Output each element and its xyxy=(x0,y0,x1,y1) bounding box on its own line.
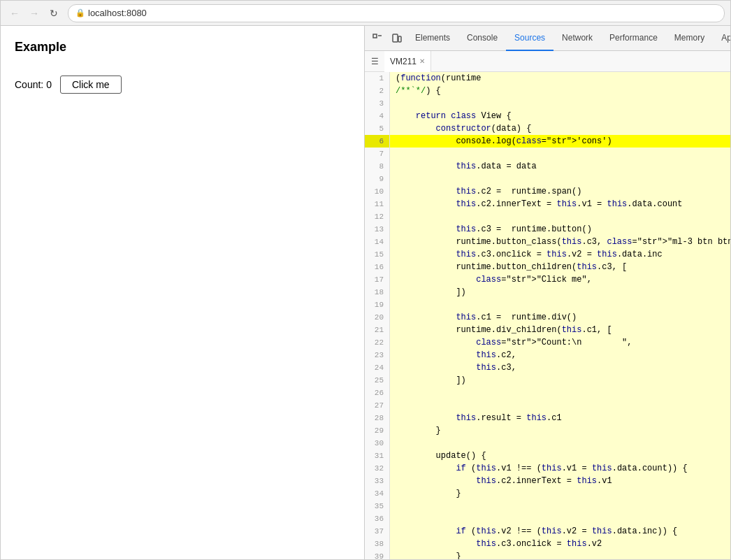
source-tab-label: VM211 xyxy=(390,57,417,66)
line-number: 20 xyxy=(365,311,390,324)
source-file-tab[interactable]: VM211 ✕ xyxy=(384,51,431,72)
line-number: 35 xyxy=(365,500,390,512)
address-bar[interactable]: 🔒 localhost:8080 xyxy=(68,4,725,22)
code-line: 38 this.c3.onclick = this.v2 xyxy=(365,538,730,550)
line-number: 3 xyxy=(365,97,390,110)
line-number: 29 xyxy=(365,424,390,437)
line-number: 16 xyxy=(365,261,390,273)
line-content: } xyxy=(390,487,461,500)
line-number: 38 xyxy=(365,538,390,550)
code-line: 24 this.c3, xyxy=(365,361,730,374)
refresh-button[interactable]: ↻ xyxy=(45,5,62,22)
code-line: 6 console.log(class="str">'cons') xyxy=(365,135,730,148)
close-tab-button[interactable]: ✕ xyxy=(419,57,425,65)
tab-memory[interactable]: Memory xyxy=(666,26,713,51)
code-line: 30 xyxy=(365,437,730,450)
code-line: 14 runtime.button_class(this.c3, class="… xyxy=(365,236,730,248)
line-content xyxy=(390,173,396,185)
click-me-button[interactable]: Click me xyxy=(60,76,122,94)
line-content: runtime.div_children(this.c1, [ xyxy=(390,324,612,336)
toggle-sidebar-button[interactable]: ☰ xyxy=(365,52,384,71)
code-line: 16 runtime.button_children(this.c3, [ xyxy=(365,261,730,273)
line-number: 13 xyxy=(365,223,390,236)
line-content: this.c3.onclick = this.v2 = this.data.in… xyxy=(390,248,663,261)
code-line: 11 this.c2.innerText = this.v1 = this.da… xyxy=(365,198,730,210)
page-content: Example Count: 0 Click me xyxy=(1,26,364,559)
code-line: 35 xyxy=(365,500,730,512)
tab-elements[interactable]: Elements xyxy=(407,26,458,51)
tab-performance[interactable]: Performance xyxy=(601,26,666,51)
line-content: this.c3, xyxy=(390,361,516,374)
code-line: 3 xyxy=(365,97,730,110)
code-viewer[interactable]: 1(function(runtime2/**`*/) {34 return cl… xyxy=(365,72,730,559)
count-row: Count: 0 Click me xyxy=(15,76,350,94)
back-button[interactable]: ← xyxy=(6,5,23,22)
code-line: 17 class="str">"Click me", xyxy=(365,273,730,286)
main-area: Example Count: 0 Click me xyxy=(1,26,730,559)
code-line: 22 class="str">"Count:\n ", xyxy=(365,336,730,349)
code-line: 34 } xyxy=(365,487,730,500)
line-number: 2 xyxy=(365,85,390,97)
line-content: constructor(data) { xyxy=(390,122,531,135)
code-line: 2/**`*/) { xyxy=(365,85,730,97)
line-content: /**`*/) { xyxy=(390,85,441,97)
tab-console[interactable]: Console xyxy=(458,26,506,51)
code-line: 5 constructor(data) { xyxy=(365,122,730,135)
line-content: ]) xyxy=(390,286,466,299)
line-content xyxy=(390,437,396,450)
inspect-element-button[interactable] xyxy=(368,29,387,48)
code-line: 28 this.result = this.c1 xyxy=(365,412,730,424)
line-number: 5 xyxy=(365,122,390,135)
line-number: 6 xyxy=(365,135,390,148)
line-content: update() { xyxy=(390,450,486,462)
svg-rect-2 xyxy=(393,34,398,42)
line-content: console.log(class="str">'cons') xyxy=(390,135,612,148)
line-content xyxy=(390,387,396,399)
code-line: 21 runtime.div_children(this.c1, [ xyxy=(365,324,730,336)
tab-sources[interactable]: Sources xyxy=(506,26,553,51)
line-number: 15 xyxy=(365,248,390,261)
line-number: 10 xyxy=(365,185,390,198)
tab-network[interactable]: Network xyxy=(553,26,601,51)
code-line: 4 return class View { xyxy=(365,110,730,122)
code-line: 1(function(runtime xyxy=(365,72,730,85)
line-content: this.data = data xyxy=(390,160,537,173)
line-number: 26 xyxy=(365,387,390,399)
line-number: 37 xyxy=(365,525,390,538)
code-line: 10 this.c2 = runtime.span() xyxy=(365,185,730,198)
forward-button[interactable]: → xyxy=(26,5,43,22)
code-line: 23 this.c2, xyxy=(365,349,730,361)
svg-rect-3 xyxy=(398,36,401,42)
line-number: 7 xyxy=(365,148,390,160)
line-number: 1 xyxy=(365,72,390,85)
line-number: 11 xyxy=(365,198,390,210)
code-line: 15 this.c3.onclick = this.v2 = this.data… xyxy=(365,248,730,261)
line-content: if (this.v1 !== (this.v1 = this.data.cou… xyxy=(390,462,688,475)
code-line: 36 xyxy=(365,512,730,525)
tab-application[interactable]: Applicat... xyxy=(713,26,730,51)
line-number: 31 xyxy=(365,450,390,462)
line-number: 12 xyxy=(365,210,390,223)
device-toolbar-button[interactable] xyxy=(387,29,407,48)
line-content xyxy=(390,299,396,311)
line-content: return class View { xyxy=(390,110,512,122)
line-number: 27 xyxy=(365,399,390,412)
source-tabs-bar: ☰ VM211 ✕ ▶ xyxy=(365,51,730,72)
line-number: 9 xyxy=(365,173,390,185)
line-content: (function(runtime xyxy=(390,72,481,85)
nav-buttons: ← → ↻ xyxy=(6,5,62,22)
line-number: 25 xyxy=(365,374,390,387)
line-number: 23 xyxy=(365,349,390,361)
line-content: ]) xyxy=(390,374,466,387)
line-content xyxy=(390,500,396,512)
code-line: 18 ]) xyxy=(365,286,730,299)
code-line: 39 } xyxy=(365,550,730,559)
line-content: } xyxy=(390,424,441,437)
line-content: class="str">"Click me", xyxy=(390,273,592,286)
page-title: Example xyxy=(15,40,350,55)
devtools-tabs-bar: Elements Console Sources Network Perform… xyxy=(365,26,730,51)
code-line: 29 } xyxy=(365,424,730,437)
line-content: this.c3.onclick = this.v2 xyxy=(390,538,602,550)
line-content: this.c2.innerText = this.v1 xyxy=(390,475,612,487)
line-number: 21 xyxy=(365,324,390,336)
